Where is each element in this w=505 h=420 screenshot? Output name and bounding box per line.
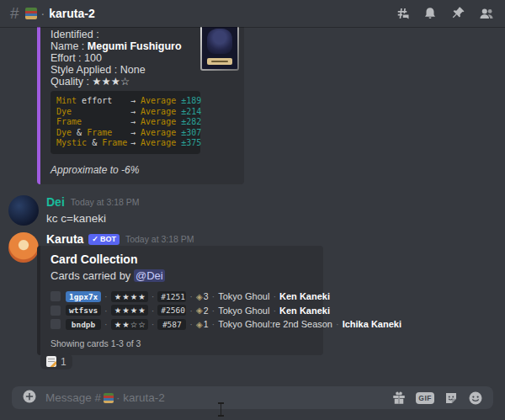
gift-icon[interactable] bbox=[391, 391, 407, 406]
card-code: bndpb bbox=[66, 319, 101, 330]
effort-code-block: Mint effort→Average±189 Dye→Average±214 … bbox=[50, 91, 200, 154]
bot-badge: ✓BOT bbox=[88, 234, 120, 245]
books-emoji bbox=[25, 8, 37, 19]
edition: ◈2 bbox=[196, 306, 209, 316]
timestamp: Today at 3:18 PM bbox=[125, 234, 194, 244]
star-rating: ★★★★ bbox=[111, 291, 148, 302]
channel-header: # · karuta-2 bbox=[0, 0, 505, 27]
card-list: 1gpx7x · ★★★★ · #1251 · ◈3 · Tokyo Ghoul… bbox=[50, 290, 313, 332]
code-row: Mystic & Frame→Average±375 bbox=[56, 138, 194, 149]
members-icon[interactable] bbox=[478, 6, 495, 21]
embed-footer: Showing cards 1-3 of 3 bbox=[50, 338, 313, 348]
tag-emoji-placeholder bbox=[50, 291, 61, 301]
star-rating: ★★★★ bbox=[111, 305, 148, 316]
threads-icon[interactable] bbox=[395, 6, 410, 21]
message-karuta: Karuta ✓BOT Today at 3:18 PM Card Collec… bbox=[0, 232, 505, 246]
edition: ◈1 bbox=[196, 319, 209, 329]
sticker-icon[interactable] bbox=[444, 391, 459, 406]
user-mention[interactable]: @Dei bbox=[134, 269, 165, 282]
channel-hash-icon: # bbox=[10, 4, 19, 23]
card-row: 1gpx7x · ★★★★ · #1251 · ◈3 · Tokyo Ghoul… bbox=[50, 290, 313, 304]
card-nameplate bbox=[207, 58, 231, 65]
card-collection-embed: Card Collection Cards carried by @Dei 1g… bbox=[37, 246, 323, 355]
embed-title: Card Collection bbox=[50, 253, 313, 266]
tag-emoji-placeholder bbox=[50, 306, 61, 316]
timestamp: Today at 3:18 PM bbox=[71, 197, 140, 207]
avatar-dei[interactable] bbox=[8, 195, 39, 226]
message-placeholder: Message # · karuta-2 bbox=[45, 391, 165, 404]
edition-diamond-icon: ◈ bbox=[196, 320, 203, 329]
card-character-art bbox=[207, 29, 232, 54]
quality-line: Quality : ★★★☆ bbox=[50, 76, 234, 88]
reaction-count: 1 bbox=[61, 356, 66, 368]
discord-app: # · karuta-2 Identified : Name : Megumi … bbox=[0, 0, 505, 420]
embed-description: Cards carried by @Dei bbox=[50, 269, 313, 282]
card-series: Tokyo Ghoul bbox=[218, 291, 269, 301]
card-row: bndpb · ★★☆☆ · #587 · ◈1 · Tokyo Ghoul:r… bbox=[50, 317, 313, 332]
card-thumbnail[interactable] bbox=[200, 24, 239, 71]
quality-stars: ★★★☆ bbox=[92, 76, 130, 88]
message-dei: Dei Today at 3:18 PM kc c=kaneki bbox=[0, 195, 505, 225]
gif-icon[interactable]: GIF bbox=[416, 392, 434, 404]
reaction-memo[interactable]: 1 bbox=[40, 354, 72, 369]
card-code-selected: 1gpx7x bbox=[66, 291, 101, 302]
card-character: Ken Kaneki bbox=[279, 291, 330, 301]
plus-circle-icon[interactable] bbox=[22, 389, 37, 407]
card-character: Ichika Kaneki bbox=[343, 319, 401, 329]
code-row: Dye & Frame→Average±307 bbox=[56, 128, 194, 139]
emoji-icon[interactable] bbox=[468, 391, 483, 406]
text-cursor bbox=[217, 402, 225, 417]
edition-diamond-icon: ◈ bbox=[196, 292, 203, 301]
channel-name: karuta-2 bbox=[49, 7, 94, 20]
identify-embed: Identified : Name : Megumi Fushiguro Eff… bbox=[37, 22, 244, 184]
code-row: Frame→Average±282 bbox=[56, 117, 194, 128]
card-row: wtfsvs · ★★★★ · #2560 · ◈2 · Tokyo Ghoul… bbox=[50, 304, 313, 318]
print-number: #1251 bbox=[157, 291, 186, 302]
print-number: #587 bbox=[157, 319, 186, 330]
message-input-bar[interactable]: Message # · karuta-2 GIF bbox=[12, 386, 493, 409]
edition-diamond-icon: ◈ bbox=[196, 306, 203, 315]
card-code: wtfsvs bbox=[66, 305, 101, 316]
username-karuta[interactable]: Karuta bbox=[46, 232, 83, 246]
edition: ◈3 bbox=[196, 291, 209, 301]
pin-icon[interactable] bbox=[450, 6, 465, 21]
username-dei[interactable]: Dei bbox=[46, 195, 65, 209]
print-number: #2560 bbox=[157, 305, 186, 316]
verified-check-icon: ✓ bbox=[92, 235, 98, 243]
books-emoji bbox=[104, 393, 114, 403]
code-row: Mint effort→Average±189 bbox=[56, 96, 194, 107]
card-character: Ken Kaneki bbox=[279, 306, 330, 316]
code-row: Dye→Average±214 bbox=[56, 107, 194, 118]
card-series: Tokyo Ghoul bbox=[218, 306, 269, 316]
memo-emoji bbox=[46, 356, 56, 367]
avatar-karuta[interactable] bbox=[8, 232, 39, 263]
embed-footer: Approximate to -6% bbox=[50, 164, 234, 176]
message-text: kc c=kaneki bbox=[46, 212, 505, 225]
chat-area: Identified : Name : Megumi Fushiguro Eff… bbox=[0, 27, 505, 380]
star-rating: ★★☆☆ bbox=[111, 319, 148, 330]
tag-emoji-placeholder bbox=[50, 319, 61, 329]
channel-separator: · bbox=[41, 7, 45, 20]
bell-icon[interactable] bbox=[423, 6, 438, 21]
card-series: Tokyo Ghoul:re 2nd Season bbox=[218, 319, 332, 329]
